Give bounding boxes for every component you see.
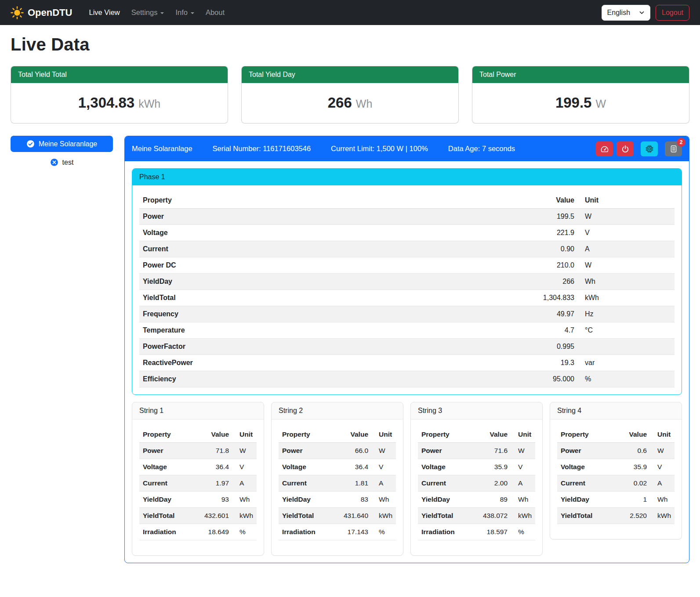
unit-cell: var — [578, 355, 675, 371]
card-body: 1,304.83kWh — [11, 83, 228, 123]
string-title: String 2 — [272, 402, 403, 420]
property-cell: Power — [418, 443, 470, 459]
unit-cell: % — [578, 371, 675, 387]
brand-label: OpenDTU — [28, 7, 72, 18]
limit-settings-button[interactable] — [596, 141, 613, 156]
unit-cell: % — [372, 524, 396, 540]
unit-cell: kWh — [511, 508, 535, 524]
string-2-table: Property Value Unit Power66.0WVoltage36.… — [279, 427, 396, 540]
sidebar-item-test[interactable]: test — [11, 156, 113, 168]
total-power-card: Total Power 199.5W — [472, 66, 689, 123]
property-cell: Irradiation — [279, 524, 331, 540]
table-header-row: Property Value Unit — [418, 427, 535, 443]
nav-settings[interactable]: Settings — [127, 5, 169, 20]
value-cell: 49.97 — [402, 306, 578, 322]
value-cell: 1,304.833 — [402, 290, 578, 306]
unit-cell: A — [650, 475, 675, 492]
string-card-body: Property Value Unit Power66.0WVoltage36.… — [272, 420, 403, 555]
property-cell: Voltage — [139, 459, 192, 475]
unit-cell: V — [232, 459, 257, 475]
nav-info-label: Info — [175, 8, 188, 17]
language-select[interactable]: English — [602, 5, 650, 21]
power-button[interactable] — [617, 141, 634, 156]
nav-about[interactable]: About — [201, 5, 229, 20]
table-row: Current1.97A — [139, 475, 257, 492]
brand[interactable]: OpenDTU — [11, 6, 72, 19]
table-row: Efficiency95.000% — [139, 371, 675, 387]
unit-column-header: Unit — [232, 427, 257, 443]
unit-cell: kWh — [372, 508, 396, 524]
table-row: Current0.02A — [557, 475, 675, 492]
unit-cell: °C — [578, 322, 675, 339]
unit-column-header: Unit — [578, 192, 675, 209]
nav-info[interactable]: Info — [171, 5, 199, 20]
event-count-badge: 2 — [677, 138, 685, 147]
property-column-header: Property — [139, 192, 402, 209]
chevron-down-icon — [191, 12, 194, 14]
language-value: English — [607, 9, 630, 17]
string-card-body: Property Value Unit Power71.6WVoltage35.… — [411, 420, 542, 555]
inverter-data-age: Data Age: 7 seconds — [448, 145, 515, 153]
property-cell: Power — [139, 209, 402, 225]
unit-cell: % — [511, 524, 535, 540]
property-cell: Current — [139, 241, 402, 257]
event-log-button[interactable]: 2 — [665, 141, 682, 156]
value-cell: 19.3 — [402, 355, 578, 371]
string-card-body: Property Value Unit Power0.6WVoltage35.9… — [550, 420, 682, 539]
value-column-header: Value — [470, 427, 511, 443]
property-cell: YieldTotal — [418, 508, 470, 524]
inverter-action-buttons: 2 — [596, 141, 682, 156]
string-1-table: Property Value Unit Power71.8WVoltage36.… — [139, 427, 257, 540]
table-row: Power71.8W — [139, 443, 257, 459]
table-row: YieldDay266Wh — [139, 274, 675, 290]
total-yield-day-value: 266 — [328, 94, 352, 111]
unit-cell: V — [578, 225, 675, 241]
main-row: Meine Solaranlage test Meine Solaranlage… — [11, 136, 689, 563]
table-row: Voltage36.4V — [139, 459, 257, 475]
device-info-button[interactable] — [641, 141, 658, 156]
phase-title: Phase 1 — [132, 169, 682, 185]
unit-column-header: Unit — [511, 427, 535, 443]
value-cell: 4.7 — [402, 322, 578, 339]
unit-cell: A — [372, 475, 396, 492]
sidebar-item-meine-solaranlage[interactable]: Meine Solaranlage — [11, 136, 113, 152]
value-cell: 93 — [192, 492, 232, 508]
table-row: YieldDay93Wh — [139, 492, 257, 508]
total-power-unit: W — [595, 98, 606, 110]
unit-cell: kWh — [578, 290, 675, 306]
unit-cell: W — [372, 443, 396, 459]
unit-cell: V — [511, 459, 535, 475]
logout-button[interactable]: Logout — [656, 5, 689, 21]
value-cell: 431.640 — [331, 508, 372, 524]
total-yield-total-card: Total Yield Total 1,304.83kWh — [11, 66, 228, 123]
inverter-card: Meine Solaranlage Serial Number: 1161716… — [124, 136, 689, 563]
unit-cell: Wh — [372, 492, 396, 508]
value-column-header: Value — [614, 427, 650, 443]
unit-cell: A — [578, 241, 675, 257]
value-cell: 35.9 — [470, 459, 511, 475]
inverter-sidebar: Meine Solaranlage test — [11, 136, 113, 168]
table-header-row: Property Value Unit — [139, 427, 257, 443]
value-cell: 438.072 — [470, 508, 511, 524]
table-row: YieldDay1Wh — [557, 492, 675, 508]
unit-cell: kWh — [650, 508, 675, 524]
nav-right: English Logout — [602, 5, 689, 21]
property-cell: YieldDay — [139, 274, 402, 290]
property-cell: YieldTotal — [279, 508, 331, 524]
table-row: YieldTotal2.520kWh — [557, 508, 675, 524]
property-cell: Temperature — [139, 322, 402, 339]
property-cell: YieldTotal — [557, 508, 614, 524]
table-row: YieldTotal432.601kWh — [139, 508, 257, 524]
property-cell: Current — [139, 475, 192, 492]
property-cell: Irradiation — [139, 524, 192, 540]
table-row: Current0.90A — [139, 241, 675, 257]
unit-cell: Wh — [511, 492, 535, 508]
table-row: PowerFactor0.995 — [139, 339, 675, 355]
total-yield-day-unit: Wh — [356, 98, 373, 110]
card-body: 266Wh — [242, 83, 458, 123]
table-row: YieldDay89Wh — [418, 492, 535, 508]
property-column-header: Property — [418, 427, 470, 443]
nav-live-view[interactable]: Live View — [84, 5, 124, 20]
unit-cell: Wh — [650, 492, 675, 508]
table-header-row: Property Value Unit — [557, 427, 675, 443]
